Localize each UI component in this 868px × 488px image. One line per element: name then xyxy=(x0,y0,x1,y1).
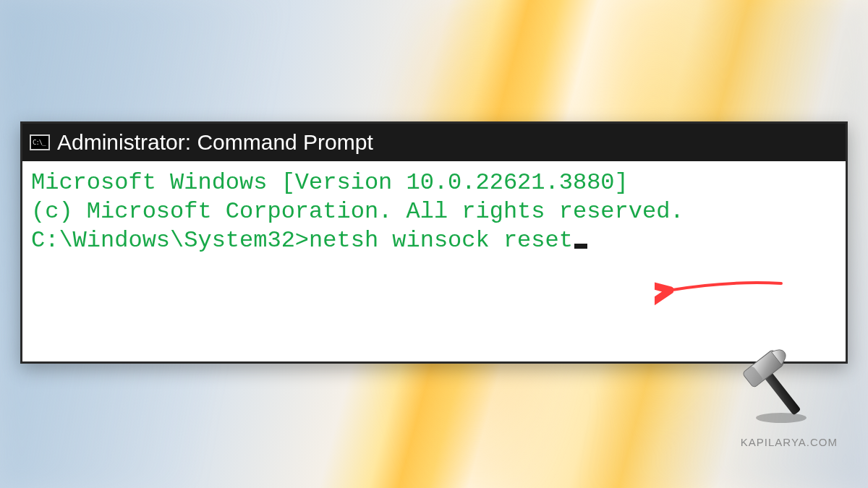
prompt-line: C:\Windows\System32>netsh winsock reset xyxy=(31,226,837,255)
cursor-icon xyxy=(574,244,587,249)
svg-point-0 xyxy=(756,413,807,423)
terminal-output-area[interactable]: Microsoft Windows [Version 10.0.22621.38… xyxy=(22,161,846,262)
typed-command: netsh winsock reset xyxy=(309,227,573,254)
window-title: Administrator: Command Prompt xyxy=(57,130,373,155)
hammer-icon xyxy=(738,347,817,427)
prompt-path: C:\Windows\System32> xyxy=(31,227,309,254)
watermark-text: KAPILARYA.COM xyxy=(741,436,838,448)
version-line: Microsoft Windows [Version 10.0.22621.38… xyxy=(31,168,837,197)
command-prompt-window: Administrator: Command Prompt Microsoft … xyxy=(20,121,848,364)
cmd-icon xyxy=(30,134,50,150)
window-titlebar[interactable]: Administrator: Command Prompt xyxy=(22,124,846,161)
copyright-line: (c) Microsoft Corporation. All rights re… xyxy=(31,197,837,226)
